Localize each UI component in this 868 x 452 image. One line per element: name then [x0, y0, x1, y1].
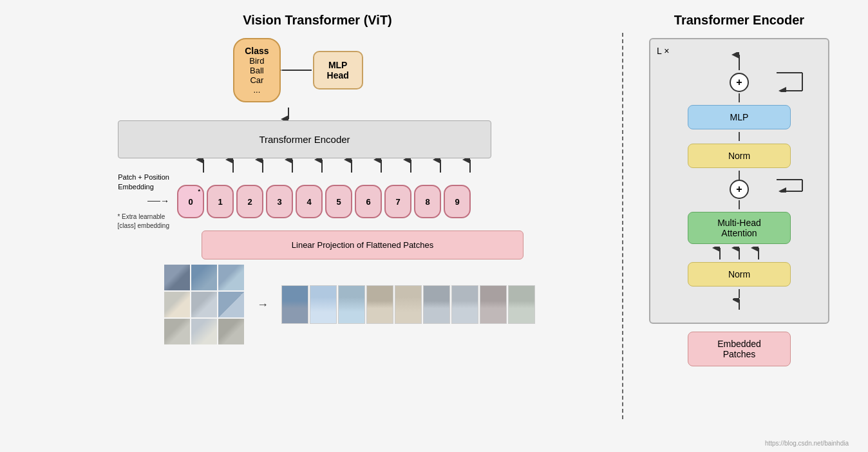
patch-token-1: 1 [207, 185, 234, 218]
class-box: Class Bird Ball Car ... [233, 38, 280, 102]
plus-circle-bottom: + [730, 180, 749, 199]
encoder-diagram: L × [649, 38, 829, 324]
class-item-dots: ... [245, 85, 269, 95]
class-item-ball: Ball [245, 66, 269, 75]
conn2 [739, 132, 740, 141]
patch-token-2: 2 [236, 185, 263, 218]
mlp-to-class-arrow [281, 65, 313, 75]
flat-patch-7 [451, 285, 478, 324]
class-item-car: Car [245, 75, 269, 85]
transformer-encoder-label: Transformer Encoder [259, 134, 350, 145]
mlp-block: MLP [688, 105, 791, 129]
encoder-title: Transformer Encoder [674, 13, 804, 28]
flat-patch-3 [338, 285, 365, 324]
linear-proj-box: Linear Projection of Flattened Patches [202, 231, 524, 259]
mlp-head-label: MLPHead [327, 60, 349, 80]
diagram-wrapper: Vision Transformer (ViT) Class Bird Ball… [0, 0, 868, 452]
norm-block-2: Norm [688, 262, 791, 287]
embedding-arrow: → [147, 195, 169, 208]
section-divider [622, 33, 623, 419]
transformer-encoder-box: Transformer Encoder [118, 120, 491, 158]
conn5 [739, 289, 740, 298]
conn4 [739, 200, 740, 209]
mha-label: Multi-HeadAttention [717, 218, 761, 238]
class-label: Class [245, 46, 269, 56]
norm-block-1: Norm [688, 144, 791, 168]
image-patches-area: → [164, 265, 535, 344]
main-container: Vision Transformer (ViT) Class Bird Ball… [0, 0, 868, 452]
embedded-patches-area: Embedded Patches [688, 329, 791, 369]
source-patch-8 [191, 319, 217, 344]
watermark: https://blog.csdn.net/bainhdia [765, 440, 849, 447]
flat-patches-row [281, 285, 535, 324]
patch-token-7: 7 [384, 185, 411, 218]
patch-embeddings-row: 0* 1 2 3 4 5 6 7 8 9 [177, 185, 471, 218]
grid-to-flat-arrow: → [257, 298, 269, 312]
patch-token-8: 8 [414, 185, 441, 218]
flat-patch-4 [366, 285, 393, 324]
bottom-arrow [670, 298, 809, 310]
flat-patch-5 [395, 285, 422, 324]
mha-block: Multi-HeadAttention [688, 212, 791, 244]
patch-token-5: 5 [325, 185, 352, 218]
star-note: * Extra learnable[class] embedding [117, 212, 169, 231]
patch-token-9: 9 [444, 185, 471, 218]
flat-patch-2 [310, 285, 337, 324]
plus-circle-top: + [730, 73, 749, 92]
lx-label: L × [657, 46, 669, 56]
conn3 [739, 171, 740, 180]
source-patch-9 [218, 319, 244, 344]
flat-patch-1 [281, 285, 308, 324]
source-patch-7 [164, 319, 190, 344]
mha-input-arrows [670, 247, 809, 259]
linear-proj-label: Linear Projection of Flattened Patches [292, 240, 433, 250]
conn1 [739, 93, 740, 102]
flat-patch-9 [508, 285, 535, 324]
source-patch-1 [164, 265, 190, 290]
source-patch-4 [164, 292, 190, 317]
patch-token-0: 0* [177, 185, 204, 218]
source-patch-6 [218, 292, 244, 317]
patch-token-3: 3 [266, 185, 293, 218]
vit-section: Vision Transformer (ViT) Class Bird Ball… [26, 13, 609, 439]
flat-patch-6 [423, 285, 450, 324]
mlp-head-box: MLPHead [313, 51, 363, 89]
patch-token-4: 4 [296, 185, 323, 218]
encoder-section: Transformer Encoder L × [636, 13, 842, 439]
class-item-bird: Bird [245, 56, 269, 66]
source-patch-5 [191, 292, 217, 317]
patch-token-6: 6 [355, 185, 382, 218]
vit-title: Vision Transformer (ViT) [243, 13, 392, 28]
flat-patch-8 [480, 285, 507, 324]
patch-position-label: Patch + PositionEmbedding [118, 173, 169, 193]
source-image-grid [164, 265, 244, 344]
source-patch-3 [218, 265, 244, 290]
source-patch-2 [191, 265, 217, 290]
embedded-patches-box: Embedded Patches [688, 332, 791, 366]
embedding-annotation: Patch + PositionEmbedding → * Extra lear… [92, 173, 169, 231]
